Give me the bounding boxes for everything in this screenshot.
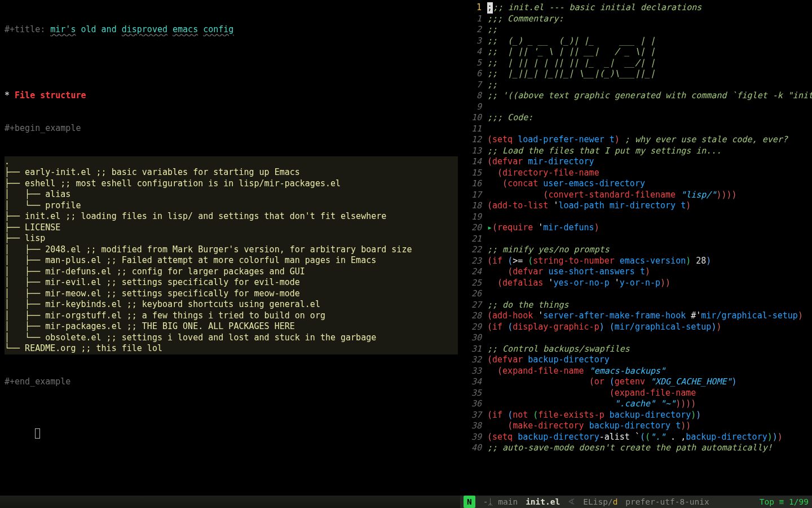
code-line[interactable]: 39(setq backup-directory-alist `(("." . … <box>460 432 812 443</box>
line-number: 16 <box>460 178 487 190</box>
code-content: (if (>= (string-to-number emacs-version)… <box>487 256 812 267</box>
code-line[interactable]: 11 <box>460 124 812 135</box>
code-line[interactable]: 32(defvar backup-directory <box>460 354 812 366</box>
begin-example: #+begin_example <box>5 123 458 134</box>
code-content: ;; minify yes/no prompts <box>487 244 812 256</box>
code-content <box>487 288 812 300</box>
evil-state-indicator: N <box>464 496 475 508</box>
code-content: (setq load-prefer-newer t) ; why ever us… <box>487 134 812 146</box>
fringe-arrow-icon: ▸ <box>487 222 492 233</box>
line-number: 5 <box>460 58 487 69</box>
code-content: ;;; Code: <box>487 112 812 124</box>
elisp-buffer[interactable]: 1;;; init.el --- basic initial declarati… <box>460 0 812 454</box>
line-number: 32 <box>460 354 487 366</box>
line-number: 4 <box>460 46 487 58</box>
code-line[interactable]: 34 (or (getenv "XDG_CACHE_HOME") <box>460 376 812 388</box>
code-line[interactable]: 10;;; Code: <box>460 112 812 124</box>
code-line[interactable]: 25 (defalias 'yes-or-no-p 'y-or-n-p)) <box>460 278 812 289</box>
file-tree-line: │ ├── mir-defuns.el ;; config for larger… <box>5 266 456 278</box>
file-tree-line: │ ├── alias <box>5 189 456 200</box>
line-number: 28 <box>460 310 487 322</box>
code-content: (defvar use-short-answers t) <box>487 266 812 278</box>
org-buffer[interactable]: #+title: mir's old and disproved emacs c… <box>0 0 460 450</box>
line-number: 1 <box>460 14 487 25</box>
code-line[interactable]: 22;; minify yes/no prompts <box>460 244 812 256</box>
file-tree-line: │ └── profile <box>5 200 456 212</box>
code-line[interactable]: 13;; Load the files that I put my settin… <box>460 146 812 157</box>
line-number: 21 <box>460 234 487 245</box>
file-tree-line: │ ├── mir-packages.el ;; THE BIG ONE. AL… <box>5 321 456 332</box>
code-line[interactable]: 6;; |_||_| |_||_| \__|(_)\___||_| <box>460 68 812 80</box>
file-tree-line: │ ├── mir-evil.el ;; settings specifical… <box>5 277 456 288</box>
code-content: ;; <box>487 80 812 91</box>
line-number: 20 <box>460 222 487 234</box>
code-content <box>487 102 812 113</box>
code-content: (defvar mir-directory <box>487 156 812 168</box>
code-line[interactable]: 21 <box>460 234 812 245</box>
right-pane-init-el[interactable]: 1;;; init.el --- basic initial declarati… <box>460 0 812 508</box>
code-line[interactable]: 37(if (not (file-exists-p backup-directo… <box>460 410 812 421</box>
code-line[interactable]: 40;; auto-save-mode doesn't create the p… <box>460 443 812 454</box>
code-line[interactable]: 3;; (_) _ __ (_)| |_ ___ | | <box>460 36 812 47</box>
line-number: 36 <box>460 398 487 410</box>
code-line[interactable]: 18(add-to-list 'load-path mir-directory … <box>460 200 812 212</box>
code-line[interactable]: 2;; <box>460 24 812 36</box>
code-line[interactable]: 29(if (display-graphic-p) (mir/graphical… <box>460 322 812 333</box>
code-content: ▸(require 'mir-defuns) <box>487 222 812 234</box>
code-line[interactable]: 1;;; Commentary: <box>460 14 812 25</box>
code-line[interactable]: 1;;; init.el --- basic initial declarati… <box>460 2 812 14</box>
line-number: 34 <box>460 376 487 388</box>
code-content: (expand-file-name <box>487 388 812 399</box>
code-line[interactable]: 23(if (>= (string-to-number emacs-versio… <box>460 256 812 267</box>
code-content: (directory-file-name <box>487 168 812 179</box>
code-line[interactable]: 33 (expand-file-name "emacs-backups" <box>460 366 812 377</box>
line-number: 24 <box>460 266 487 278</box>
code-line[interactable]: 24 (defvar use-short-answers t) <box>460 266 812 278</box>
code-line[interactable]: 38 (make-directory backup-directory t)) <box>460 421 812 432</box>
code-line[interactable]: 12(setq load-prefer-newer t) ; why ever … <box>460 134 812 146</box>
code-content: (expand-file-name "emacs-backups" <box>487 366 812 377</box>
code-line[interactable]: 36 ".cache" "~")))) <box>460 398 812 410</box>
code-content: ;; | || '_ \ | || __| / _ \| | <box>487 46 812 58</box>
line-number: 14 <box>460 156 487 168</box>
code-line[interactable]: 27;; do the things <box>460 300 812 311</box>
code-line[interactable]: 20▸(require 'mir-defuns) <box>460 222 812 234</box>
code-line[interactable]: 8;; '((above text graphic generated with… <box>460 90 812 102</box>
line-number: 11 <box>460 124 487 135</box>
code-content: (or (getenv "XDG_CACHE_HOME") <box>487 376 812 388</box>
file-tree-line: │ ├── 2048.el ;; modified from Mark Burg… <box>5 244 456 256</box>
code-line[interactable]: 16 (concat user-emacs-directory <box>460 178 812 190</box>
file-tree-line: │ ├── mir-keybinds.el ;; keyboard shortc… <box>5 299 456 310</box>
left-pane-readme[interactable]: #+title: mir's old and disproved emacs c… <box>0 0 460 508</box>
code-line[interactable]: 5;; | || | | || || |_ _| __/| | <box>460 58 812 69</box>
code-line[interactable]: 28(add-hook 'server-after-make-frame-hoo… <box>460 310 812 322</box>
code-line[interactable]: 17 (convert-standard-filename "lisp/")))… <box>460 190 812 201</box>
code-line[interactable]: 26 <box>460 288 812 300</box>
org-heading: * File structure <box>5 90 458 102</box>
line-number: 15 <box>460 168 487 179</box>
modeline-inactive <box>0 496 460 508</box>
modeline-active: N -ᛣ main init.el ∢ ELisp/d prefer-utf-8… <box>460 496 812 508</box>
line-number: 8 <box>460 90 487 102</box>
major-mode: ELisp/d <box>583 496 617 508</box>
file-tree-line: ├── early-init.el ;; basic variables for… <box>5 167 456 178</box>
code-content: ;;; init.el --- basic initial declaratio… <box>487 2 812 14</box>
code-line[interactable]: 9 <box>460 102 812 113</box>
code-line[interactable]: 19 <box>460 212 812 223</box>
code-line[interactable]: 30 <box>460 332 812 344</box>
code-line[interactable]: 31;; Control backups/swapfiles <box>460 344 812 355</box>
code-content: ".cache" "~")))) <box>487 398 812 410</box>
code-content: ;; |_||_| |_||_| \__|(_)\___||_| <box>487 68 812 80</box>
line-number: 13 <box>460 146 487 157</box>
vcs-indicator: -ᛣ main <box>483 496 518 508</box>
code-line[interactable]: 15 (directory-file-name <box>460 168 812 179</box>
code-content: ;; Control backups/swapfiles <box>487 344 812 355</box>
code-line[interactable]: 35 (expand-file-name <box>460 388 812 399</box>
code-content: ;; (_) _ __ (_)| |_ ___ | | <box>487 36 812 47</box>
example-block: .├── early-init.el ;; basic variables fo… <box>5 156 458 354</box>
code-line[interactable]: 4;; | || '_ \ | || __| / _ \| | <box>460 46 812 58</box>
code-line[interactable]: 14(defvar mir-directory <box>460 156 812 168</box>
file-tree-line: ├── init.el ;; loading files in lisp/ an… <box>5 211 456 222</box>
code-content <box>487 124 812 135</box>
code-line[interactable]: 7;; <box>460 80 812 91</box>
